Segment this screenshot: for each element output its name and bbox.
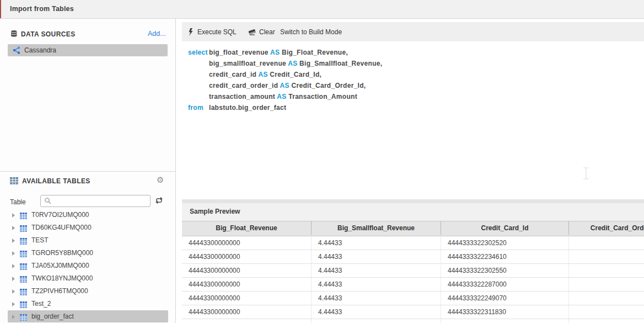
table-name: TD60KG4UFMQ000 [31, 221, 92, 234]
preview-cell: 44443300000000 [182, 264, 312, 277]
expand-arrow-icon[interactable] [12, 264, 15, 268]
expand-arrow-icon[interactable] [12, 213, 15, 218]
table-list-item[interactable]: big_order_fact [0, 310, 175, 323]
expand-arrow-icon[interactable] [12, 315, 15, 319]
preview-cell: 44443300000000 [182, 236, 312, 250]
expand-arrow-icon[interactable] [12, 251, 15, 256]
sql-line: credit_card_order_id AS Credit_Card_Orde… [182, 80, 644, 91]
preview-row: 444433000000004.444334444333322234610 [182, 250, 644, 264]
preview-cell: 4444333322302520 [441, 236, 569, 250]
expand-arrow-icon[interactable] [12, 226, 15, 230]
preview-cell: 4444333322302550 [441, 264, 569, 277]
preview-cell [569, 264, 644, 277]
table-list-item[interactable]: TWKO18YNJMQ000 [0, 272, 175, 285]
preview-body: 444433000000004.444334444333322302520444… [182, 236, 644, 323]
table-icon [20, 313, 27, 323]
page-title: Import from Tables [10, 0, 74, 18]
expand-arrow-icon[interactable] [12, 289, 15, 294]
window-left-accent [0, 0, 1, 18]
clear-label: Clear [259, 28, 275, 36]
preview-row [182, 319, 644, 323]
tables-grid-icon [10, 177, 18, 187]
section-divider-strip [182, 199, 644, 203]
table-list-item[interactable]: Test_2 [0, 298, 175, 310]
table-icon [20, 262, 27, 272]
add-data-source-link[interactable]: Add... [148, 30, 166, 38]
preview-cell [312, 319, 441, 323]
refresh-icon[interactable] [154, 196, 164, 207]
data-source-item-cassandra[interactable]: Cassandra [8, 44, 168, 56]
sql-line: big_smallfloat_revenue AS Big_Smallfloat… [182, 58, 644, 69]
expand-arrow-icon[interactable] [12, 302, 15, 306]
table-name: T0RV7OI2UMQ000 [31, 209, 89, 221]
table-name: Test_2 [31, 298, 51, 310]
preview-row: 444433000000004.444334444333322287000 [182, 278, 644, 292]
expand-arrow-icon[interactable] [12, 239, 15, 243]
table-icon [20, 224, 27, 234]
preview-cell: 4.44433 [312, 264, 441, 277]
table-filter-label: Table [10, 198, 26, 206]
preview-row: 444433000000004.444334444333322249070 [182, 292, 644, 305]
preview-cell: 44443300000000 [182, 250, 312, 263]
preview-column-header: Big_Float_Revenue [182, 221, 312, 235]
table-name: big_order_fact [31, 310, 74, 323]
preview-column-header: Credit_Card_Id [441, 221, 569, 235]
table-name: TGROR5Y8BMQ000 [31, 247, 93, 260]
data-sources-heading: DATA SOURCES [21, 30, 76, 38]
switch-to-build-mode-button[interactable]: Switch to Build Mode [280, 22, 342, 41]
table-search-box [40, 195, 151, 207]
sql-editor[interactable]: selectbig_float_revenue AS Big_Float_Rev… [182, 41, 644, 205]
execute-sql-button[interactable]: Execute SQL [188, 22, 237, 41]
expand-arrow-icon[interactable] [12, 277, 15, 281]
table-name: TWKO18YNJMQ000 [31, 272, 93, 285]
preview-cell: 4444333322249070 [441, 292, 569, 305]
table-list-item[interactable]: T0RV7OI2UMQ000 [0, 209, 175, 221]
preview-row: 444433000000004.444334444333322302520 [182, 236, 644, 250]
table-list-item[interactable]: TD60KG4UFMQ000 [0, 221, 175, 234]
table-list-item[interactable]: TJA05XJ0MMQ000 [0, 260, 175, 272]
search-icon [44, 197, 52, 205]
lightning-bolt-icon [188, 28, 194, 36]
preview-cell [569, 305, 644, 319]
table-icon [20, 275, 27, 285]
preview-cell: 4444333322311830 [441, 305, 569, 319]
table-search-input[interactable] [55, 196, 148, 206]
preview-cell [182, 319, 312, 323]
gear-icon[interactable]: ⚙ [157, 175, 164, 185]
table-icon [20, 237, 27, 247]
sidebar-divider [0, 171, 175, 172]
table-icon [20, 288, 27, 298]
table-list-item[interactable]: TEST [0, 234, 175, 247]
sidebar: DATA SOURCES Add... Cassandra AVAILABLE … [0, 19, 176, 323]
table-list-item[interactable]: TZ2PIVH6TMQ000 [0, 285, 175, 298]
table-list: T0RV7OI2UMQ000TD60KG4UFMQ000TESTTGROR5Y8… [0, 209, 175, 323]
table-icon [20, 250, 27, 260]
preview-cell: 4444333322234610 [441, 250, 569, 263]
table-list-item[interactable]: TGROR5Y8BMQ000 [0, 247, 175, 260]
data-source-name: Cassandra [24, 44, 56, 56]
preview-cell: 44443300000000 [182, 305, 312, 319]
preview-cell: 4.44433 [312, 278, 441, 291]
sql-toolbar: Execute SQL Clear Switch to Build Mode [182, 22, 644, 41]
preview-cell: 4444333322287000 [441, 278, 569, 291]
preview-cell [441, 319, 569, 323]
preview-column-header: Big_Smallfloat_Revenue [312, 221, 441, 235]
preview-cell: 4.44433 [312, 250, 441, 263]
sql-line: transaction_amount AS Transaction_Amount [182, 91, 644, 102]
text-cursor [582, 167, 590, 180]
preview-cell: 4.44433 [312, 292, 441, 305]
preview-cell: 4.44433 [312, 236, 441, 250]
preview-cell [569, 278, 644, 291]
cassandra-icon [13, 46, 20, 56]
clear-button[interactable]: Clear [248, 22, 275, 41]
sample-preview-title: Sample Preview [190, 203, 240, 220]
preview-cell: 4.44433 [312, 305, 441, 319]
sample-preview-table: Big_Float_RevenueBig_Smallfloat_RevenueC… [182, 221, 644, 323]
table-name: TZ2PIVH6TMQ000 [31, 285, 88, 298]
sql-line: selectbig_float_revenue AS Big_Float_Rev… [182, 47, 644, 58]
preview-column-header: Credit_Card_Order_Id [569, 221, 644, 235]
window-titlebar: Import from Tables [0, 0, 644, 19]
preview-cell [569, 250, 644, 263]
table-name: TJA05XJ0MMQ000 [31, 260, 89, 272]
preview-header-row: Big_Float_RevenueBig_Smallfloat_RevenueC… [182, 221, 644, 236]
